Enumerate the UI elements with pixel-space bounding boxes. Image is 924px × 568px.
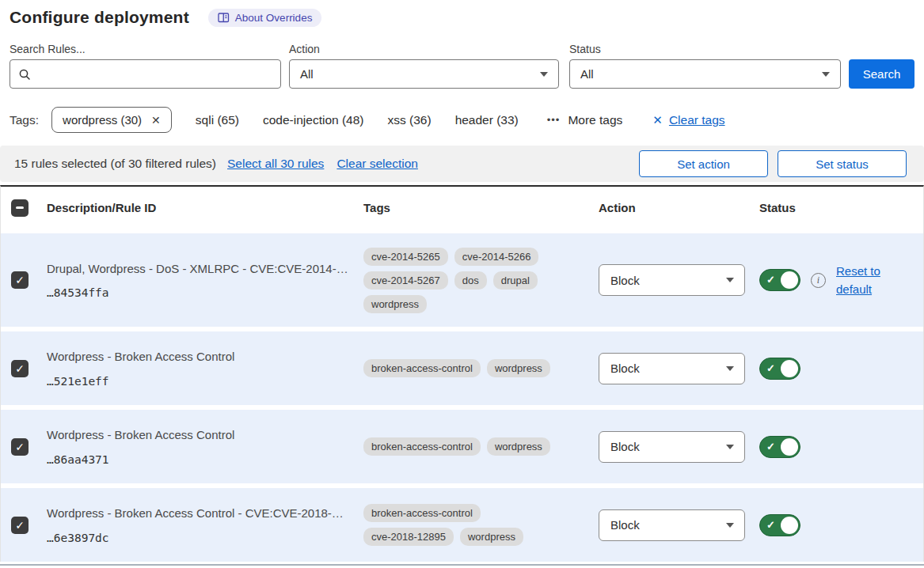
tags-bar: Tags: wordpress (30) ✕ sqli (65) code-in…: [0, 107, 924, 133]
rules-table: Description/Rule ID Tags Action Status ✓…: [0, 185, 924, 562]
column-header-status: Status: [751, 201, 923, 214]
rule-action-select[interactable]: Block: [599, 353, 745, 384]
about-overrides-label: About Overrides: [235, 12, 313, 24]
table-bottom-border: [0, 564, 924, 566]
tags-label: Tags:: [10, 113, 39, 127]
rule-id: …521e1eff: [47, 375, 356, 388]
set-status-button[interactable]: Set status: [778, 150, 907, 177]
search-icon: [18, 68, 31, 81]
search-rules-label: Search Rules...: [10, 43, 281, 55]
chevron-down-icon: [822, 72, 830, 77]
rule-action-value: Block: [610, 518, 640, 532]
row-checkbox[interactable]: ✓: [11, 360, 29, 377]
column-header-description: Description/Rule ID: [39, 201, 356, 214]
set-action-button[interactable]: Set action: [639, 150, 768, 177]
rule-tag-pill: wordpress: [460, 528, 523, 546]
action-select[interactable]: All: [289, 59, 559, 89]
column-header-tags: Tags: [356, 201, 591, 214]
toggle-knob: [781, 271, 798, 289]
tag-option-sqli[interactable]: sqli (65): [196, 113, 239, 127]
clear-tags-label: Clear tags: [669, 113, 725, 127]
clear-tags-link[interactable]: ✕ Clear tags: [652, 113, 724, 127]
rule-tag-pill: drupal: [493, 271, 538, 290]
rule-status-toggle[interactable]: ✓: [759, 358, 800, 380]
rule-description: Drupal, Wordpress - DoS - XMLRPC - CVE:C…: [47, 261, 356, 277]
rule-status-toggle[interactable]: ✓: [759, 436, 800, 458]
selection-bar: 15 rules selected (of 30 filtered rules)…: [0, 146, 924, 182]
book-icon: [218, 13, 230, 23]
selection-summary: 15 rules selected (of 30 filtered rules): [14, 157, 216, 171]
check-icon: ✓: [766, 274, 775, 286]
remove-tag-icon[interactable]: ✕: [151, 114, 161, 127]
page-header: Configure deployment About Overrides: [0, 8, 924, 27]
search-filter: Search Rules...: [10, 43, 281, 89]
rule-id: …86aa4371: [47, 453, 356, 466]
reset-to-default-link[interactable]: Reset to default: [836, 262, 887, 299]
selected-tag-wordpress[interactable]: wordpress (30) ✕: [51, 107, 172, 133]
table-header: Description/Rule ID Tags Action Status: [1, 187, 923, 229]
search-input-wrapper[interactable]: [10, 59, 281, 89]
select-all-checkbox[interactable]: [11, 199, 29, 217]
check-icon: ✓: [766, 362, 775, 374]
chevron-down-icon: [726, 278, 734, 282]
tag-option-xss[interactable]: xss (36): [388, 113, 432, 127]
clear-tags-x-icon: ✕: [652, 113, 663, 127]
more-tags-label: More tags: [568, 113, 622, 127]
rule-action-value: Block: [610, 362, 640, 375]
rule-tag-pill: cve-2018-12895: [363, 528, 454, 546]
search-button[interactable]: Search: [849, 59, 914, 89]
rule-action-select[interactable]: Block: [599, 509, 745, 541]
configure-deployment-page: Configure deployment About Overrides Sea…: [0, 0, 924, 566]
rule-id: …84534ffa: [47, 286, 356, 299]
row-checkbox[interactable]: ✓: [11, 517, 29, 534]
check-icon: ✓: [766, 519, 775, 531]
row-checkbox[interactable]: ✓: [11, 438, 29, 456]
check-icon: ✓: [15, 519, 25, 532]
rule-id: …6e3897dc: [47, 532, 356, 544]
chevron-down-icon: [726, 445, 734, 449]
page-title: Configure deployment: [10, 8, 189, 27]
status-filter: Status All: [569, 43, 841, 89]
tag-option-code-injection[interactable]: code-injection (48): [263, 113, 364, 127]
status-label: Status: [569, 43, 841, 55]
selected-tag-label: wordpress (30): [63, 113, 142, 127]
about-overrides-badge[interactable]: About Overrides: [208, 9, 322, 27]
status-select[interactable]: All: [569, 59, 841, 89]
chevron-down-icon: [540, 72, 548, 77]
rule-tag-pill: wordpress: [363, 295, 427, 313]
rule-status-toggle[interactable]: ✓: [759, 514, 800, 536]
check-icon: ✓: [766, 441, 775, 453]
indeterminate-icon: [16, 206, 24, 209]
more-tags-button[interactable]: ••• More tags: [547, 113, 623, 127]
column-header-action: Action: [591, 201, 751, 214]
rule-tag-pill: dos: [454, 271, 487, 290]
rule-status-toggle[interactable]: ✓: [759, 269, 800, 291]
rule-tag-pill: cve-2014-5266: [454, 248, 539, 266]
rule-description: Wordpress - Broken Access Control: [47, 349, 356, 365]
info-icon[interactable]: i: [811, 273, 826, 288]
status-select-value: All: [580, 67, 594, 81]
rule-tag-pill: wordpress: [487, 437, 550, 456]
rule-tag-pill: broken-access-control: [363, 437, 481, 456]
rule-description: Wordpress - Broken Access Control: [47, 427, 356, 443]
rule-tag-pill: broken-access-control: [363, 359, 481, 377]
search-input[interactable]: [37, 60, 272, 88]
toggle-knob: [781, 438, 798, 456]
rule-tag-pill: cve-2014-5265: [363, 248, 448, 266]
rule-action-select[interactable]: Block: [599, 264, 745, 296]
check-icon: ✓: [15, 441, 25, 453]
rule-tag-pill: cve-2014-5267: [363, 271, 448, 290]
rule-description: Wordpress - Broken Access Control - CVE:…: [47, 506, 356, 521]
row-checkbox[interactable]: ✓: [11, 271, 29, 289]
table-row: ✓ Drupal, Wordpress - DoS - XMLRPC - CVE…: [1, 233, 923, 327]
tag-option-header[interactable]: header (33): [455, 113, 519, 127]
clear-selection-link[interactable]: Clear selection: [337, 157, 418, 171]
table-row: ✓ Wordpress - Broken Access Control - CV…: [1, 488, 923, 562]
table-row: ✓ Wordpress - Broken Access Control …521…: [1, 331, 923, 405]
chevron-down-icon: [726, 523, 734, 528]
rule-tag-pill: broken-access-control: [363, 504, 481, 522]
rule-action-value: Block: [610, 274, 640, 287]
rule-action-select[interactable]: Block: [599, 431, 745, 463]
select-all-rules-link[interactable]: Select all 30 rules: [227, 157, 324, 171]
action-label: Action: [289, 43, 559, 55]
